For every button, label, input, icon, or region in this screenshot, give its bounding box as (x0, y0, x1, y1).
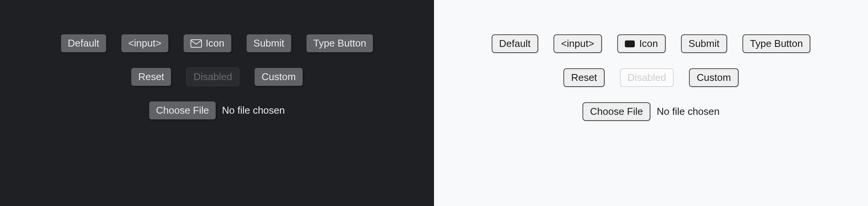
reset-button[interactable]: Reset (563, 68, 605, 87)
input-button[interactable]: <input> (121, 34, 168, 52)
button-row-1: Default <input> Icon Submit Type Button (61, 34, 373, 52)
button-row-1: Default <input> Icon Submit Type Button (492, 34, 811, 53)
disabled-button: Disabled (186, 68, 239, 86)
custom-button[interactable]: Custom (689, 68, 739, 87)
file-input-row: Choose File No file chosen (149, 101, 285, 119)
file-input-row: Choose File No file chosen (582, 102, 720, 121)
icon-button[interactable]: Icon (617, 34, 666, 53)
dark-theme-panel: Default <input> Icon Submit Type Button … (0, 0, 434, 206)
svg-rect-1 (625, 40, 635, 47)
mail-icon (190, 39, 202, 48)
default-button[interactable]: Default (61, 34, 106, 52)
button-row-2: Reset Disabled Custom (131, 68, 303, 86)
icon-button-label: Icon (639, 38, 658, 50)
submit-button[interactable]: Submit (247, 34, 291, 52)
button-row-2: Reset Disabled Custom (563, 68, 739, 87)
svg-rect-0 (191, 40, 202, 47)
default-button[interactable]: Default (492, 34, 538, 53)
square-icon (625, 40, 636, 48)
type-button[interactable]: Type Button (307, 34, 373, 52)
file-status-label: No file chosen (222, 105, 285, 116)
light-theme-panel: Default <input> Icon Submit Type Button … (434, 0, 868, 206)
choose-file-button[interactable]: Choose File (149, 101, 216, 119)
icon-button[interactable]: Icon (184, 34, 231, 52)
choose-file-button[interactable]: Choose File (582, 102, 651, 121)
file-status-label: No file chosen (657, 106, 720, 117)
submit-button[interactable]: Submit (681, 34, 727, 53)
input-button[interactable]: <input> (553, 34, 602, 53)
disabled-button: Disabled (620, 68, 674, 87)
icon-button-label: Icon (206, 37, 224, 49)
type-button[interactable]: Type Button (742, 34, 811, 53)
reset-button[interactable]: Reset (131, 68, 171, 86)
custom-button[interactable]: Custom (255, 68, 303, 86)
